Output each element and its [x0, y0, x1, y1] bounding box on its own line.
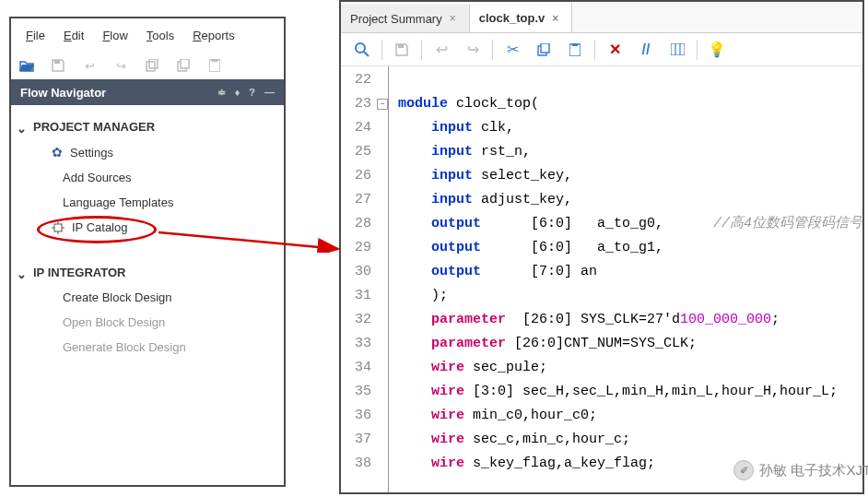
- line-number-gutter: 2223242526272829303132333435363738: [341, 66, 377, 492]
- svg-rect-2: [149, 59, 158, 68]
- nav-item-label: Settings: [70, 146, 113, 160]
- save-icon[interactable]: [50, 57, 66, 74]
- nav-item-label: Generate Block Design: [63, 340, 186, 354]
- flow-navigator-titlebar: Flow Navigator ≑ ♦ ? —: [11, 79, 284, 105]
- search-icon[interactable]: [348, 37, 376, 63]
- nav-item-label: Open Block Design: [63, 315, 165, 329]
- code-editor[interactable]: 2223242526272829303132333435363738 − mod…: [341, 66, 862, 492]
- nav-item-ip-catalog[interactable]: IP Catalog: [11, 215, 284, 240]
- menubar: File Edit Flow Tools Reports: [11, 18, 284, 52]
- vivado-left-panel: File Edit Flow Tools Reports ↩ ↪ Flow Na…: [9, 17, 286, 487]
- nav-collapse-icon[interactable]: ≑: [217, 87, 226, 99]
- menu-reports[interactable]: Reports: [185, 25, 242, 46]
- main-toolbar: ↩ ↪: [11, 52, 284, 79]
- close-icon[interactable]: ×: [552, 12, 558, 25]
- flow-navigator-title: Flow Navigator: [20, 86, 106, 100]
- delete-icon[interactable]: ✕: [601, 37, 628, 63]
- nav-item-settings[interactable]: ✿ Settings: [11, 139, 284, 165]
- tab-label: Project Summary: [350, 12, 442, 26]
- fold-gutter[interactable]: −: [377, 66, 389, 492]
- svg-rect-7: [54, 224, 62, 231]
- watermark-text: 孙敏 电子技术XJTU: [759, 462, 868, 479]
- svg-rect-17: [541, 43, 549, 53]
- nav-minimize-icon[interactable]: —: [264, 87, 275, 99]
- section-ip-integrator[interactable]: ⌄ IP INTEGRATOR: [11, 260, 284, 285]
- menu-flow[interactable]: Flow: [95, 25, 135, 46]
- svg-rect-4: [181, 59, 189, 68]
- svg-rect-15: [398, 44, 404, 48]
- copy-icon[interactable]: [530, 37, 557, 63]
- cut-icon[interactable]: ✂: [499, 37, 526, 63]
- svg-point-13: [356, 43, 365, 53]
- nav-item-label: Language Templates: [63, 195, 173, 209]
- svg-rect-19: [572, 43, 578, 46]
- paste-icon[interactable]: [206, 57, 223, 74]
- undo-icon[interactable]: ↩: [428, 37, 455, 63]
- section-heading-label: IP INTEGRATOR: [33, 266, 125, 279]
- wechat-icon: ✐: [733, 460, 754, 480]
- copy-stack-icon[interactable]: [144, 57, 160, 74]
- tab-strip: Project Summary × clock_top.v ×: [341, 2, 862, 33]
- nav-item-label: IP Catalog: [72, 220, 127, 234]
- chevron-down-icon: ⌄: [17, 267, 27, 281]
- tab-label: clock_top.v: [479, 11, 545, 25]
- menu-file[interactable]: File: [18, 25, 53, 46]
- undo-icon[interactable]: ↩: [81, 57, 98, 74]
- editor-toolbar: ↩ ↪ ✂ ✕ // 💡: [341, 33, 862, 66]
- nav-item-add-sources[interactable]: Add Sources: [11, 165, 284, 190]
- section-heading-label: PROJECT MANAGER: [33, 120, 155, 134]
- nav-help-icon[interactable]: ?: [249, 87, 255, 99]
- nav-item-label: Add Sources: [63, 171, 131, 184]
- paste-icon[interactable]: [561, 37, 589, 63]
- close-icon[interactable]: ×: [450, 12, 456, 25]
- svg-rect-0: [54, 60, 60, 64]
- open-icon[interactable]: [18, 57, 35, 74]
- svg-rect-6: [212, 59, 217, 62]
- nav-item-generate-block-design[interactable]: Generate Block Design: [11, 335, 284, 360]
- nav-settings-icon[interactable]: ♦: [235, 87, 240, 99]
- menu-edit[interactable]: Edit: [56, 25, 91, 46]
- columns-icon[interactable]: [663, 37, 691, 63]
- bulb-icon[interactable]: 💡: [703, 37, 731, 63]
- tab-clock-top[interactable]: clock_top.v ×: [470, 2, 573, 32]
- svg-line-14: [364, 52, 369, 56]
- code-content[interactable]: module clock_top( input clk, input rst_n…: [389, 66, 862, 492]
- chevron-down-icon: ⌄: [17, 122, 27, 136]
- ip-icon: [52, 221, 65, 234]
- redo-icon[interactable]: ↪: [112, 57, 129, 74]
- copy-icon[interactable]: [175, 57, 192, 74]
- svg-rect-20: [671, 43, 685, 55]
- menu-tools[interactable]: Tools: [139, 25, 182, 46]
- section-project-manager[interactable]: ⌄ PROJECT MANAGER: [11, 114, 284, 139]
- flow-navigator-body: ⌄ PROJECT MANAGER ✿ Settings Add Sources…: [11, 105, 284, 485]
- nav-item-language-templates[interactable]: Language Templates: [11, 190, 284, 215]
- redo-icon[interactable]: ↪: [459, 37, 487, 63]
- nav-title-icons: ≑ ♦ ? —: [217, 87, 275, 99]
- tab-project-summary[interactable]: Project Summary ×: [341, 5, 470, 32]
- nav-item-label: Create Block Design: [63, 290, 172, 304]
- editor-panel: Project Summary × clock_top.v × ↩ ↪ ✂ ✕ …: [339, 0, 864, 494]
- save-icon[interactable]: [388, 37, 416, 63]
- nav-item-open-block-design[interactable]: Open Block Design: [11, 310, 284, 335]
- watermark: ✐ 孙敏 电子技术XJTU: [733, 460, 868, 480]
- comment-icon[interactable]: //: [632, 37, 660, 63]
- nav-item-create-block-design[interactable]: Create Block Design: [11, 285, 284, 310]
- svg-rect-1: [147, 62, 155, 71]
- gear-icon: ✿: [52, 145, 63, 160]
